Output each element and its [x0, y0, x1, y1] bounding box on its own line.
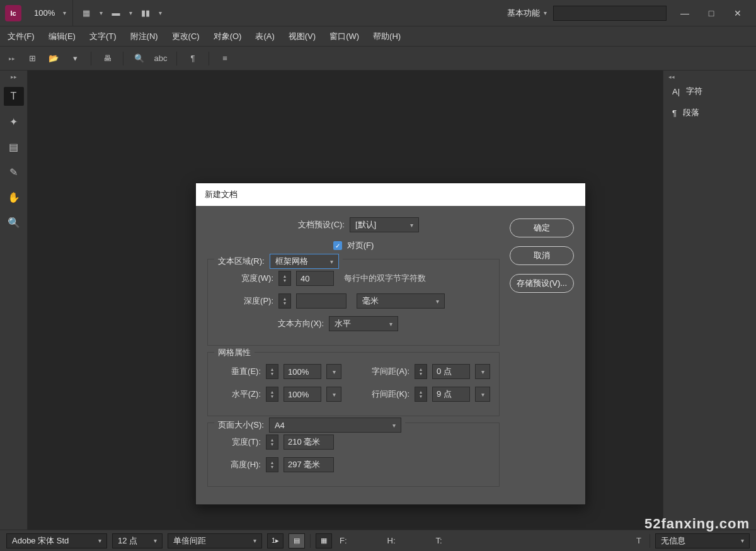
text-area-fieldset: 文本区域(R): 框架网格▾ 宽度(W): ▴▾ 40 每行中的双字节字符数 [207, 259, 500, 346]
menu-bar: 文件(F) 编辑(E) 文字(T) 附注(N) 更改(C) 对象(O) 表(A)… [0, 26, 756, 47]
page-size-legend: 页面大小(S): [218, 419, 264, 431]
horz-dd[interactable]: ▾ [326, 387, 341, 402]
new-icon[interactable]: ⊞ [26, 54, 38, 63]
hand-tool[interactable]: ✋ [4, 188, 24, 207]
horz-label: 水平(Z): [217, 389, 261, 400]
leading-dropdown[interactable]: 单倍间距▾ [168, 533, 262, 548]
title-bar: Ic 100% ▾ ▦▾ ▬▾ ▮▮▾ 基本功能 ▾ — □ ✕ [0, 0, 756, 26]
facing-pages-label: 对页(F) [347, 240, 374, 251]
char-sp-dd[interactable]: ▾ [475, 364, 490, 379]
character-icon: A| [672, 87, 680, 96]
horz-spinner[interactable]: ▴▾ [266, 387, 278, 402]
view-toggle-1[interactable]: 1▸ [267, 533, 284, 548]
menu-notes[interactable]: 附注(N) [130, 31, 158, 42]
view-toggle-2[interactable]: ▤ [289, 533, 305, 548]
ok-button[interactable]: 确定 [510, 219, 574, 237]
menu-window[interactable]: 窗口(W) [329, 31, 359, 42]
line-sp-dd[interactable]: ▾ [475, 387, 490, 402]
maximize-button[interactable]: □ [698, 4, 724, 22]
paragraph-icon: ¶ [672, 108, 677, 118]
line-sp-spinner[interactable]: ▴▾ [415, 387, 427, 402]
paragraph-panel-button[interactable]: ¶ 段落 [663, 102, 756, 123]
workspace-dropdown[interactable]: 基本功能 ▾ [501, 8, 553, 19]
page-size-fieldset: 页面大小(S): A4▾ 宽度(T): ▴▾ 210 毫米 高度(H): [207, 423, 500, 487]
page-height-input[interactable]: 297 毫米 [284, 457, 334, 472]
type-tool[interactable]: T [4, 87, 24, 106]
zoom-value: 100% [34, 8, 59, 18]
collapse-right-icon[interactable]: ◂◂ [667, 73, 676, 81]
depth-spinner[interactable]: ▴▾ [278, 293, 291, 309]
search-icon[interactable]: 🔍 [134, 54, 145, 63]
view-mode-1-icon[interactable]: ▦ [81, 9, 92, 18]
depth-label: 深度(P): [217, 295, 273, 307]
page-height-spinner[interactable]: ▴▾ [266, 457, 278, 472]
view-mode-2-icon[interactable]: ▬ [110, 9, 122, 18]
menu-help[interactable]: 帮助(H) [373, 31, 401, 42]
width-spinner[interactable]: ▴▾ [278, 271, 291, 286]
grid-toggle[interactable]: ▦ [316, 533, 332, 548]
expand-left-icon[interactable]: ▸▸ [8, 55, 16, 62]
char-sp-spinner[interactable]: ▴▾ [415, 364, 427, 379]
font-family-dropdown[interactable]: Adobe 宋体 Std▾ [6, 533, 107, 548]
page-tool[interactable]: ▤ [4, 137, 24, 156]
tool-palette: ▸▸ T ✦ ▤ ✎ ✋ 🔍 [0, 71, 28, 530]
note-tool[interactable]: ✦ [4, 112, 24, 131]
menu-table[interactable]: 表(A) [255, 31, 274, 42]
menu-icon[interactable]: ≡ [219, 54, 231, 63]
vert-dd[interactable]: ▾ [326, 364, 341, 379]
search-input[interactable] [553, 6, 667, 21]
right-panel: ◂◂ A| 字符 ¶ 段落 [663, 71, 756, 530]
menu-view[interactable]: 视图(V) [289, 31, 316, 42]
width-input[interactable]: 40 [296, 271, 334, 286]
grid-legend: 网格属性 [214, 347, 255, 358]
text-area-type-dropdown[interactable]: 框架网格▾ [270, 254, 339, 269]
pilcrow-icon[interactable]: ¶ [187, 54, 198, 63]
depth-input[interactable] [296, 293, 346, 309]
character-label: 字符 [686, 86, 702, 97]
open-icon[interactable]: 📂 [48, 54, 59, 63]
t-label: T: [433, 536, 445, 545]
menu-file[interactable]: 文件(F) [8, 31, 35, 42]
control-bar: Adobe 宋体 Std▾ 12 点▾ 单倍间距▾ 1▸ ▤ ▦ F: H: T… [0, 530, 756, 551]
save-preset-button[interactable]: 存储预设(V)... [510, 274, 574, 293]
page-size-dropdown[interactable]: A4▾ [269, 418, 401, 433]
menu-change[interactable]: 更改(C) [172, 31, 200, 42]
char-sp-input[interactable]: 0 点 [432, 364, 470, 379]
facing-pages-checkbox[interactable]: ✓ [333, 241, 342, 250]
preset-dropdown[interactable]: [默认]▾ [350, 217, 419, 232]
page-width-spinner[interactable]: ▴▾ [266, 435, 278, 450]
text-area-legend: 文本区域(R): [218, 256, 265, 267]
view-mode-3-icon[interactable]: ▮▮ [140, 9, 151, 18]
info-dropdown[interactable]: 无信息▾ [655, 533, 750, 548]
save-icon[interactable]: ▾ [69, 54, 81, 63]
spellcheck-icon[interactable]: abc [155, 54, 166, 63]
expand-tools-icon[interactable]: ▸▸ [9, 73, 18, 81]
width-hint: 每行中的双字节字符数 [344, 273, 426, 284]
vert-input[interactable]: 100% [284, 364, 321, 379]
character-panel-button[interactable]: A| 字符 [663, 81, 756, 102]
font-size-dropdown[interactable]: 12 点▾ [112, 533, 163, 548]
print-icon[interactable]: 🖶 [101, 54, 113, 63]
horz-input[interactable]: 100% [284, 387, 321, 402]
h-label: H: [385, 536, 398, 545]
vert-spinner[interactable]: ▴▾ [266, 364, 278, 379]
dialog-title: 新建文档 [196, 183, 585, 206]
zoom-tool[interactable]: 🔍 [4, 213, 24, 232]
eyedropper-tool[interactable]: ✎ [4, 162, 24, 181]
close-button[interactable]: ✕ [724, 4, 751, 22]
page-width-input[interactable]: 210 毫米 [284, 435, 334, 450]
type-indicator-icon[interactable]: T [633, 537, 644, 545]
width-label: 宽度(W): [217, 273, 273, 284]
minimize-button[interactable]: — [672, 4, 698, 22]
menu-edit[interactable]: 编辑(E) [49, 31, 76, 42]
cancel-button[interactable]: 取消 [510, 246, 574, 265]
orient-dropdown[interactable]: 水平▾ [329, 316, 398, 331]
zoom-dropdown[interactable]: 100% ▾ [28, 0, 73, 26]
line-sp-input[interactable]: 9 点 [432, 387, 470, 402]
menu-text[interactable]: 文字(T) [89, 31, 117, 42]
orient-label: 文本方向(X): [217, 318, 324, 329]
watermark: 52fanxing.com [644, 516, 750, 532]
preset-label: 文档预设(C): [288, 219, 345, 230]
depth-unit-dropdown[interactable]: 毫米▾ [357, 293, 445, 309]
menu-object[interactable]: 对象(O) [214, 31, 242, 42]
